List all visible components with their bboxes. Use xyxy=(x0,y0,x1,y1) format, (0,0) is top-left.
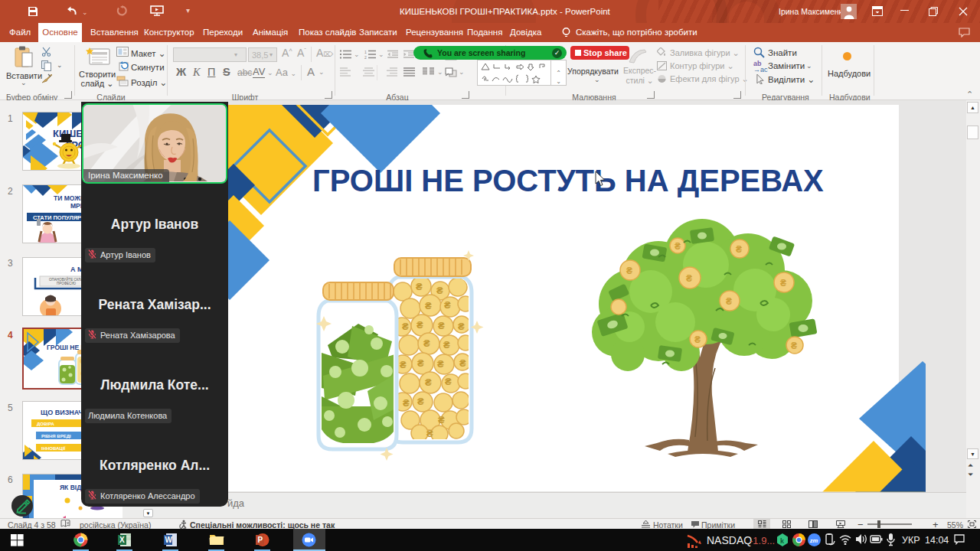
svg-text:₴: ₴ xyxy=(726,296,732,307)
svg-text:ПРОФЕСІЮ: ПРОФЕСІЮ xyxy=(57,282,77,285)
svg-text:₴: ₴ xyxy=(444,299,451,311)
svg-text:₴: ₴ xyxy=(425,377,432,388)
svg-text:₴: ₴ xyxy=(437,358,444,370)
svg-text:₴: ₴ xyxy=(400,359,407,370)
svg-text:ГРОШІ НЕ РОСТУТЬ НА ДЕРЕВАХ: ГРОШІ НЕ РОСТУТЬ НА ДЕРЕВАХ xyxy=(312,164,824,197)
svg-text:2: 2 xyxy=(364,55,367,60)
svg-text:zm: zm xyxy=(809,537,818,544)
svg-text:₴: ₴ xyxy=(403,397,410,409)
svg-text:₴: ₴ xyxy=(416,281,423,292)
svg-text:₴: ₴ xyxy=(445,376,452,387)
svg-text:₴: ₴ xyxy=(425,300,432,311)
svg-text:₴: ₴ xyxy=(438,320,445,331)
svg-text:₴: ₴ xyxy=(417,396,424,407)
svg-text:₴: ₴ xyxy=(736,244,742,255)
svg-text:РІВНЯ ВРЕДІ: РІВНЯ ВРЕДІ xyxy=(41,434,71,439)
svg-text:₴: ₴ xyxy=(791,341,797,351)
svg-text:₴: ₴ xyxy=(694,334,701,345)
svg-text:1: 1 xyxy=(364,50,367,54)
svg-text:X: X xyxy=(119,536,125,544)
svg-text:₴: ₴ xyxy=(417,357,424,369)
svg-text:₴: ₴ xyxy=(436,285,443,296)
svg-text:₴: ₴ xyxy=(423,337,430,349)
svg-text:₴: ₴ xyxy=(780,278,786,289)
svg-text:₴: ₴ xyxy=(675,241,681,252)
svg-text:₴: ₴ xyxy=(426,428,433,439)
svg-text:ДОВІРА: ДОВІРА xyxy=(37,422,54,426)
svg-text:₴: ₴ xyxy=(438,414,445,425)
svg-text:₴: ₴ xyxy=(458,321,465,332)
svg-text:₴: ₴ xyxy=(443,339,450,350)
svg-text:₴: ₴ xyxy=(416,319,423,331)
svg-text:₴: ₴ xyxy=(459,357,466,369)
svg-text:W: W xyxy=(165,536,173,544)
svg-text:₴: ₴ xyxy=(686,273,692,284)
svg-text:ІННОВАЦІЇ: ІННОВАЦІЇ xyxy=(41,446,65,451)
svg-text:₴: ₴ xyxy=(626,266,632,276)
svg-text:P: P xyxy=(258,536,263,544)
svg-text:₴: ₴ xyxy=(402,321,409,332)
